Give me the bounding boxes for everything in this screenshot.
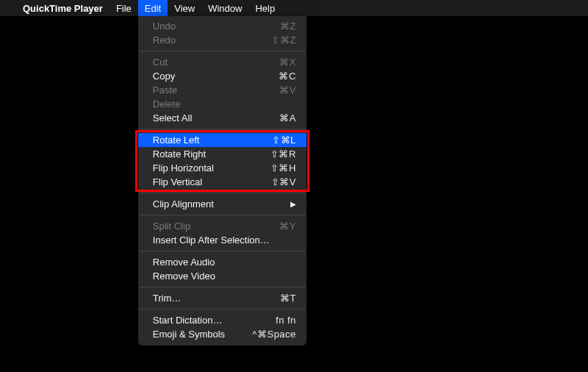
menu-item-label: Select All [153, 112, 279, 124]
menu-item-shortcut: ⌘Y [279, 221, 296, 232]
menu-item-remove-audio[interactable]: Remove Audio [138, 255, 306, 269]
menubar-item-window[interactable]: Window [201, 0, 248, 16]
menu-item-shortcut: ⌘A [279, 112, 296, 124]
menu-item-flip-horizontal[interactable]: Flip Horizontal⇧⌘H [138, 161, 306, 175]
menu-item-shortcut: ⇧⌘Z [271, 35, 295, 46]
menu-item-select-all[interactable]: Select All⌘A [138, 111, 306, 125]
menu-item-label: Rotate Left [153, 135, 272, 146]
menu-item-label: Rotate Right [153, 149, 270, 160]
menu-item-label: Clip Alignment [153, 198, 286, 210]
menu-item-label: Split Clip [153, 221, 279, 232]
menu-item-shortcut: ⌘X [279, 57, 296, 68]
menubar-item-edit[interactable]: Edit [138, 0, 168, 16]
menu-item-delete: Delete [138, 97, 306, 111]
menu-item-label: Redo [153, 35, 272, 46]
menu-separator [139, 287, 306, 287]
menu-item-shortcut: ⌘Z [280, 21, 296, 32]
menu-item-shortcut: ⌘C [279, 71, 295, 82]
menubar: QuickTime Player File Edit View Window H… [0, 0, 588, 16]
menu-item-redo: Redo⇧⌘Z [138, 33, 306, 47]
menu-item-label: Remove Audio [153, 257, 296, 268]
menu-item-undo: Undo⌘Z [138, 19, 306, 33]
menu-item-insert-clip-after-selection[interactable]: Insert Clip After Selection… [138, 233, 306, 247]
menu-item-copy[interactable]: Copy⌘C [138, 69, 306, 83]
menu-item-shortcut: ⌘T [280, 293, 296, 304]
menu-item-label: Copy [153, 71, 279, 82]
menu-item-label: Delete [153, 99, 296, 110]
menu-item-label: Trim… [153, 293, 280, 304]
menu-item-shortcut: ⇧⌘V [271, 176, 296, 187]
menu-item-paste: Paste⌘V [138, 83, 306, 97]
menu-item-rotate-left[interactable]: Rotate Left⇧⌘L [138, 133, 306, 147]
menu-item-emoji-symbols[interactable]: Emoji & Symbols^⌘Space [138, 327, 306, 341]
menu-item-flip-vertical[interactable]: Flip Vertical⇧⌘V [138, 175, 306, 189]
menu-item-rotate-right[interactable]: Rotate Right⇧⌘R [138, 147, 306, 161]
menu-item-cut: Cut⌘X [138, 55, 306, 69]
menu-item-label: Paste [153, 85, 279, 96]
menu-item-label: Emoji & Symbols [153, 329, 253, 340]
menu-item-shortcut: ⇧⌘R [270, 149, 296, 160]
menu-item-trim[interactable]: Trim…⌘T [138, 291, 306, 305]
menubar-app-name[interactable]: QuickTime Player [16, 0, 110, 16]
menu-separator [139, 309, 306, 310]
menu-item-shortcut: ⇧⌘H [270, 162, 296, 174]
menu-item-label: Undo [153, 21, 280, 32]
menubar-item-view[interactable]: View [168, 0, 201, 16]
menu-item-label: Flip Vertical [153, 176, 271, 187]
menu-item-shortcut: ⇧⌘L [272, 135, 296, 146]
menu-item-remove-video[interactable]: Remove Video [138, 269, 306, 283]
menubar-item-file[interactable]: File [110, 0, 138, 16]
menu-item-clip-alignment[interactable]: Clip Alignment▶ [138, 197, 306, 211]
submenu-arrow-icon: ▶ [290, 200, 296, 208]
menu-separator [139, 129, 306, 129]
menu-item-label: Remove Video [153, 271, 296, 282]
menu-item-shortcut: ^⌘Space [252, 329, 295, 340]
edit-menu-dropdown: Undo⌘ZRedo⇧⌘ZCut⌘XCopy⌘CPaste⌘VDeleteSel… [138, 16, 306, 346]
menu-item-label: Start Dictation… [153, 315, 276, 326]
menu-item-label: Insert Clip After Selection… [153, 235, 296, 246]
menu-separator [139, 193, 306, 193]
menubar-item-help[interactable]: Help [248, 0, 282, 16]
menu-separator [139, 215, 306, 215]
menu-item-split-clip: Split Clip⌘Y [138, 219, 306, 233]
menu-item-shortcut: fn fn [276, 315, 296, 326]
menu-item-label: Cut [153, 57, 279, 68]
menu-item-label: Flip Horizontal [153, 162, 270, 174]
menu-item-start-dictation[interactable]: Start Dictation…fn fn [138, 313, 306, 327]
menu-separator [139, 51, 306, 51]
menu-separator [139, 251, 306, 251]
menu-item-shortcut: ⌘V [279, 85, 296, 96]
